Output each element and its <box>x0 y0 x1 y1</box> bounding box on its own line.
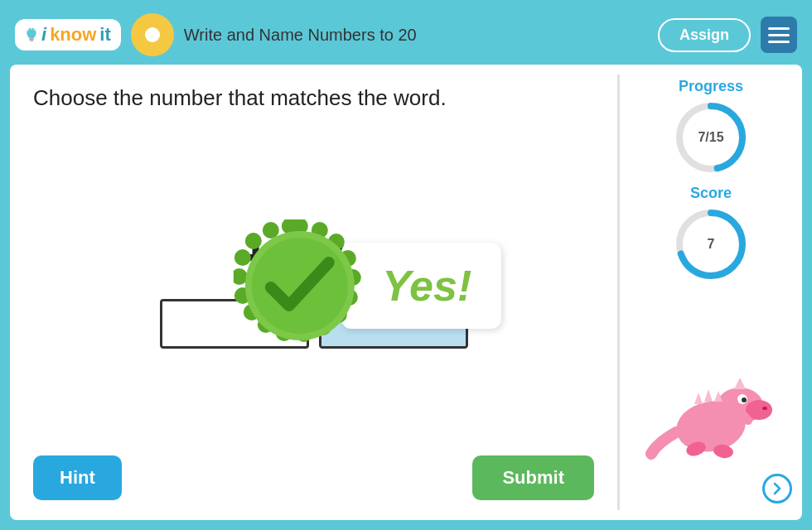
svg-marker-36 <box>734 378 746 389</box>
score-section: Score 7 <box>674 185 748 282</box>
bulb-icon <box>25 26 38 43</box>
svg-point-35 <box>762 407 767 410</box>
right-arrow-icon <box>770 481 785 496</box>
svg-point-21 <box>244 233 261 249</box>
svg-point-20 <box>234 249 250 266</box>
svg-point-22 <box>262 222 278 238</box>
app-frame: iknowit Write and Name Numbers to 20 Ass… <box>0 0 812 530</box>
logo: iknowit <box>15 19 121 51</box>
svg-marker-39 <box>694 393 703 404</box>
nav-arrow <box>762 474 792 504</box>
submit-button[interactable]: Submit <box>472 455 594 500</box>
hamburger-line-3 <box>768 41 790 43</box>
progress-value: 7/15 <box>698 130 723 145</box>
left-panel: Choose the number that matches the word.… <box>10 65 617 520</box>
badge-scallop-svg <box>233 219 365 352</box>
svg-rect-1 <box>29 38 34 40</box>
yes-text: Yes! <box>382 262 471 310</box>
bottom-bar: Hint Submit <box>33 442 594 500</box>
score-label: Score <box>690 185 732 202</box>
progress-section: Progress 7/15 <box>674 78 748 175</box>
progress-label: Progress <box>679 78 743 95</box>
hamburger-line-2 <box>768 34 790 36</box>
character-area <box>630 292 792 464</box>
lesson-icon <box>131 13 174 56</box>
hint-button[interactable]: Hint <box>33 455 122 500</box>
nav-circle-button[interactable] <box>762 474 792 504</box>
score-circle: 7 <box>674 207 748 282</box>
svg-marker-40 <box>704 389 713 402</box>
right-panel: Progress 7/15 Score <box>620 65 802 520</box>
play-dot <box>145 27 160 42</box>
progress-circle: 7/15 <box>674 100 748 175</box>
yes-overlay: Yes! <box>233 219 501 352</box>
hamburger-line-1 <box>768 27 790 30</box>
lesson-title: Write and Name Numbers to 20 <box>184 26 648 45</box>
header: iknowit Write and Name Numbers to 20 Ass… <box>5 5 807 65</box>
assign-button[interactable]: Assign <box>658 18 751 52</box>
menu-button[interactable] <box>761 17 797 53</box>
score-value: 7 <box>708 237 715 252</box>
svg-rect-2 <box>30 40 33 41</box>
checkmark-badge <box>233 219 365 352</box>
svg-point-34 <box>742 398 747 402</box>
main-content: Choose the number that matches the word.… <box>10 65 802 520</box>
character-svg <box>645 356 777 464</box>
word-area: +two <box>33 129 594 442</box>
question-text: Choose the number that matches the word. <box>33 84 514 113</box>
